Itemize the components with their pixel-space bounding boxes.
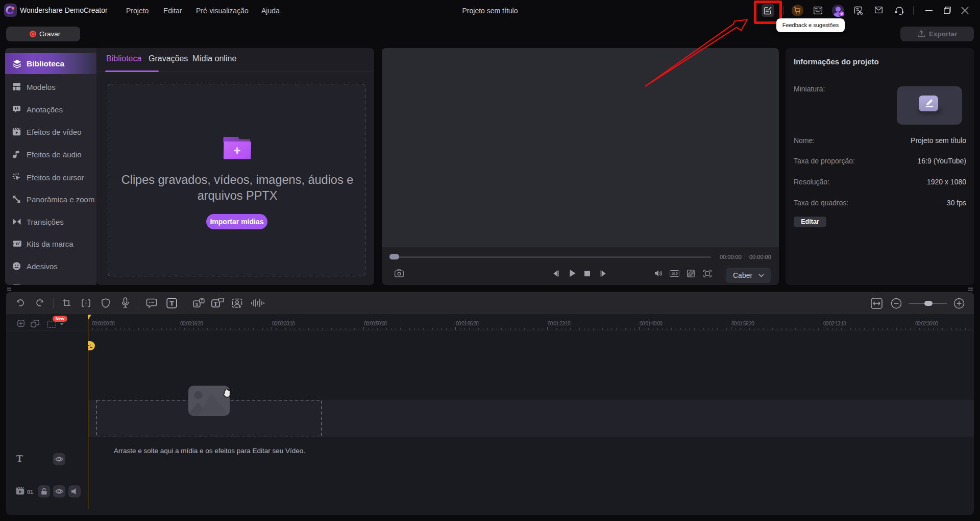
svg-text:T: T [201, 299, 203, 302]
svg-text:S: S [195, 302, 198, 307]
svg-text:T: T [214, 301, 217, 307]
svg-text:B: B [16, 242, 19, 246]
svg-text:T: T [169, 299, 174, 307]
